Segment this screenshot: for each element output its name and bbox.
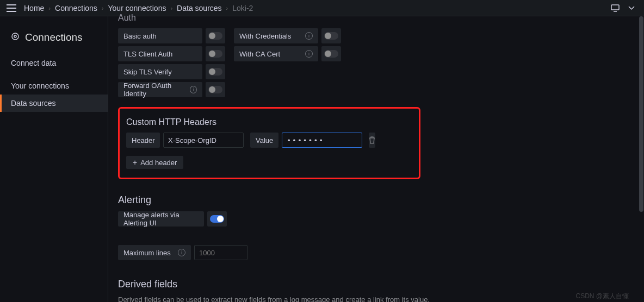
watermark: CSDN @素人自懂	[575, 292, 629, 301]
delete-header-button[interactable]	[369, 133, 375, 148]
sidebar-item-connect-data[interactable]: Connect data	[0, 54, 108, 72]
chevron-down-icon[interactable]	[626, 2, 637, 14]
chevron-right-icon: ›	[102, 5, 104, 11]
breadcrumb: Home › Connections › Your connections › …	[24, 4, 253, 12]
skip-tls-verify-toggle[interactable]	[206, 64, 225, 79]
add-header-button[interactable]: + Add header	[126, 156, 183, 169]
breadcrumb-your-connections[interactable]: Your connections	[108, 4, 166, 12]
sidebar: Connections Connect data Your connection…	[0, 16, 108, 302]
sidebar-item-your-connections[interactable]: Your connections	[0, 77, 108, 95]
info-icon[interactable]: i	[190, 86, 197, 93]
basic-auth-label: Basic auth	[118, 28, 202, 43]
header-label: Header	[126, 133, 160, 148]
info-icon[interactable]: i	[305, 32, 313, 40]
plus-icon: +	[133, 158, 137, 167]
auth-section-title: Auth	[118, 13, 639, 23]
breadcrumb-data-sources[interactable]: Data sources	[177, 4, 221, 12]
with-ca-cert-toggle[interactable]	[321, 46, 341, 61]
trash-icon	[369, 136, 375, 144]
derived-fields-desc: Derived fields can be used to extract ne…	[118, 295, 639, 302]
chevron-right-icon: ›	[48, 5, 51, 11]
value-label: Value	[250, 133, 278, 148]
chevron-right-icon: ›	[170, 5, 172, 11]
menu-icon[interactable]	[7, 4, 17, 12]
derived-fields-title: Derived fields	[118, 279, 639, 290]
content-area: Auth Basic auth With Credentials i TLS C…	[108, 16, 639, 302]
header-value-input[interactable]	[282, 133, 362, 148]
custom-headers-section: Custom HTTP Headers Header Value + Add h…	[118, 107, 420, 179]
max-lines-label: Maximum lines i	[118, 245, 191, 260]
skip-tls-verify-label: Skip TLS Verify	[118, 64, 202, 79]
sidebar-title: Connections	[0, 25, 108, 54]
tls-client-auth-toggle[interactable]	[206, 46, 225, 61]
sidebar-item-data-sources[interactable]: Data sources	[0, 95, 108, 112]
forward-oauth-toggle[interactable]	[206, 82, 225, 97]
basic-auth-toggle[interactable]	[206, 28, 225, 43]
info-icon[interactable]: i	[305, 50, 313, 58]
breadcrumb-connections[interactable]: Connections	[55, 4, 97, 12]
with-credentials-label: With Credentials i	[234, 28, 318, 43]
with-ca-cert-label: With CA Cert i	[234, 46, 318, 61]
breadcrumb-current: Loki-2	[232, 4, 253, 12]
svg-point-2	[14, 35, 16, 37]
forward-oauth-label: Forward OAuth Identity i	[118, 82, 202, 97]
alerting-title: Alerting	[118, 194, 639, 206]
tls-client-auth-label: TLS Client Auth	[118, 46, 202, 61]
max-lines-input[interactable]	[194, 245, 247, 260]
svg-rect-0	[611, 5, 619, 10]
scrollbar[interactable]	[639, 16, 644, 302]
custom-headers-title: Custom HTTP Headers	[126, 117, 267, 127]
breadcrumb-home[interactable]: Home	[24, 4, 44, 12]
svg-point-1	[12, 33, 18, 40]
with-credentials-toggle[interactable]	[321, 28, 341, 43]
chevron-right-icon: ›	[226, 5, 228, 11]
header-name-input[interactable]	[163, 133, 244, 148]
top-bar-actions	[609, 2, 637, 14]
info-icon[interactable]: i	[178, 249, 185, 256]
monitor-icon[interactable]	[609, 2, 621, 14]
manage-alerts-toggle[interactable]	[207, 211, 227, 226]
connections-icon	[11, 32, 20, 43]
manage-alerts-label: Manage alerts via Alerting UI	[118, 211, 204, 226]
